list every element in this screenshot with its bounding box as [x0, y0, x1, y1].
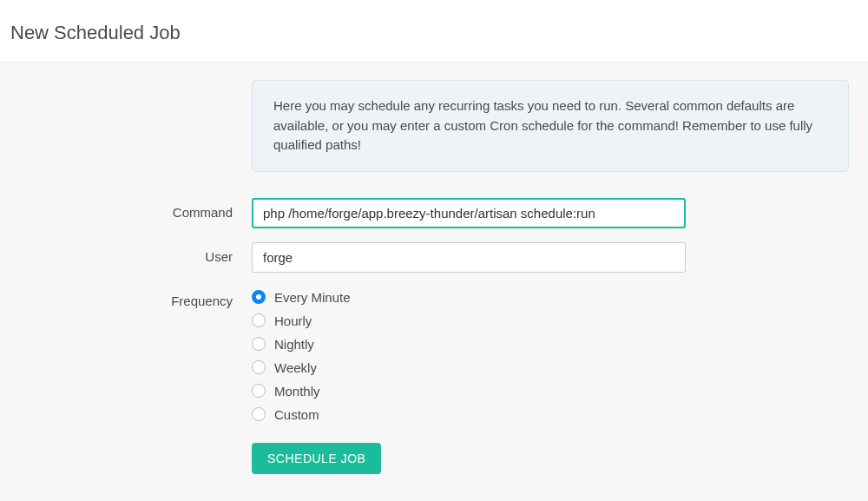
frequency-radio-group: Every Minute Hourly Nightly Week	[252, 287, 686, 422]
radio-label: Weekly	[274, 360, 317, 375]
command-label: Command	[9, 198, 252, 220]
form-row-command: Command	[9, 198, 859, 228]
schedule-job-button[interactable]: SCHEDULE JOB	[252, 443, 381, 474]
radio-circle-icon	[252, 290, 266, 304]
radio-label: Every Minute	[274, 290, 351, 305]
radio-label: Nightly	[274, 337, 314, 352]
user-field-wrap	[252, 242, 686, 273]
form-row-user: User	[9, 242, 859, 273]
user-input[interactable]	[252, 242, 686, 273]
page-container: New Scheduled Job Here you may schedule …	[0, 0, 868, 501]
page-title: New Scheduled Job	[0, 0, 868, 62]
radio-circle-icon	[252, 360, 266, 374]
form-row-frequency: Frequency Every Minute Hourly	[9, 287, 859, 422]
info-text: Here you may schedule any recurring task…	[273, 98, 812, 152]
content-wrap: Here you may schedule any recurring task…	[9, 80, 859, 474]
radio-label: Monthly	[274, 384, 320, 399]
radio-monthly[interactable]: Monthly	[252, 384, 686, 399]
radio-circle-icon	[252, 313, 266, 327]
radio-label: Hourly	[274, 313, 312, 328]
radio-circle-icon	[252, 384, 266, 398]
user-label: User	[9, 242, 252, 264]
info-box: Here you may schedule any recurring task…	[252, 80, 849, 172]
frequency-label: Frequency	[9, 287, 252, 308]
radio-hourly[interactable]: Hourly	[252, 313, 686, 328]
radio-every-minute[interactable]: Every Minute	[252, 290, 686, 305]
radio-circle-icon	[252, 407, 266, 421]
main-panel: Here you may schedule any recurring task…	[0, 62, 868, 501]
radio-label: Custom	[274, 407, 319, 422]
radio-nightly[interactable]: Nightly	[252, 337, 686, 352]
radio-weekly[interactable]: Weekly	[252, 360, 686, 375]
command-field-wrap	[252, 198, 686, 228]
radio-custom[interactable]: Custom	[252, 407, 686, 422]
command-input[interactable]	[252, 198, 686, 228]
submit-row: SCHEDULE JOB	[9, 443, 859, 474]
frequency-field-wrap: Every Minute Hourly Nightly Week	[252, 287, 686, 422]
radio-circle-icon	[252, 337, 266, 351]
